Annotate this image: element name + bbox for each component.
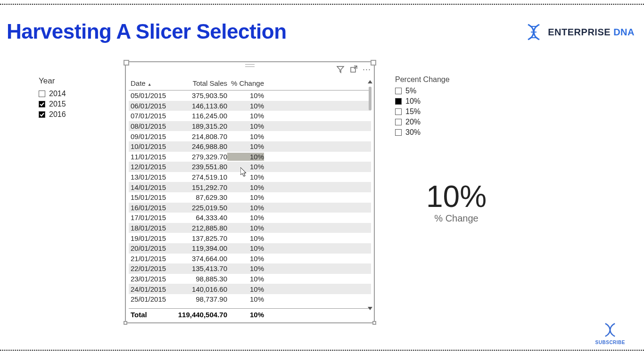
more-options-icon[interactable]: ··· (363, 67, 371, 71)
table-row[interactable]: 06/01/2015146,113.6010% (129, 101, 371, 111)
percent-option-10[interactable]: 10% (395, 96, 489, 107)
column-header-total-sales[interactable]: Total Sales (175, 79, 227, 87)
percent-option-15[interactable]: 15% (395, 107, 489, 117)
cell-date: 07/01/2015 (131, 112, 175, 120)
table-row[interactable]: 14/01/2015151,292.7010% (129, 182, 371, 192)
drag-handle[interactable] (245, 64, 255, 67)
cell-total-sales: 214,808.70 (175, 132, 227, 140)
table-row[interactable]: 11/01/2015279,329.7010% (129, 152, 371, 162)
percent-option-5[interactable]: 5% (395, 86, 489, 96)
table-row[interactable]: 10/01/2015246,988.8010% (129, 141, 371, 152)
cell-total-sales: 146,113.60 (175, 102, 227, 110)
percent-option-label: 20% (405, 118, 421, 126)
table-visual[interactable]: ··· Date ▲ Total Sales % Change 05/01/20… (125, 61, 375, 323)
year-slicer-label: Year (39, 76, 114, 86)
table-row[interactable]: 19/01/2015137,825.7010% (129, 233, 371, 243)
cell-pct-change: 10% (227, 244, 264, 252)
checkbox-icon[interactable] (395, 129, 402, 136)
table-row[interactable]: 20/01/2015119,394.0010% (129, 243, 371, 254)
subscribe-button[interactable]: SUBSCRIBE (595, 322, 625, 345)
year-option-2015[interactable]: 2015 (39, 99, 114, 109)
percent-option-label: 15% (405, 107, 421, 116)
resize-handle-bl[interactable] (124, 321, 127, 325)
cell-pct-change: 10% (227, 142, 264, 150)
percent-option-30[interactable]: 30% (395, 127, 489, 138)
cell-pct-change: 10% (227, 153, 264, 161)
table-row[interactable]: 05/01/2015375,903.5010% (129, 90, 371, 101)
cell-date: 11/01/2015 (131, 153, 175, 161)
cell-pct-change: 10% (227, 214, 264, 222)
cell-date: 05/01/2015 (131, 91, 175, 99)
column-header-date[interactable]: Date ▲ (131, 79, 175, 87)
cell-date: 20/01/2015 (131, 244, 175, 252)
year-option-2014[interactable]: 2014 (39, 89, 114, 99)
cell-pct-change: 10% (227, 91, 264, 99)
table-row[interactable]: 17/01/201564,333.4010% (129, 213, 371, 223)
table-row[interactable]: 25/01/201598,737.9010% (129, 294, 371, 304)
checkbox-icon[interactable] (395, 119, 402, 125)
focus-mode-icon[interactable] (349, 65, 358, 74)
dna-icon (524, 23, 543, 41)
checkbox-icon[interactable] (395, 88, 402, 94)
cell-total-sales: 375,903.50 (175, 91, 227, 99)
table-row[interactable]: 21/01/2015374,664.0010% (129, 254, 371, 264)
cell-date: 06/01/2015 (131, 102, 175, 110)
year-slicer: Year 201420152016 (39, 76, 114, 120)
cell-date: 12/01/2015 (131, 163, 175, 171)
cell-pct-change: 10% (227, 224, 264, 232)
scroll-thumb[interactable] (369, 87, 372, 110)
sort-asc-icon: ▲ (148, 82, 152, 87)
cell-total-sales: 374,664.00 (175, 255, 227, 263)
cell-date: 15/01/2015 (131, 193, 175, 201)
cell-date: 24/01/2015 (131, 285, 175, 293)
cell-total-sales: 137,825.70 (175, 234, 227, 242)
table-row[interactable]: 13/01/2015274,519.1010% (129, 172, 371, 182)
percent-option-label: 5% (405, 87, 416, 95)
cell-date: 18/01/2015 (131, 224, 175, 232)
checkbox-icon[interactable] (39, 111, 45, 118)
table-row[interactable]: 08/01/2015189,315.2010% (129, 121, 371, 132)
table-row[interactable]: 24/01/2015140,016.6010% (129, 284, 371, 294)
cell-total-sales: 119,394.00 (175, 244, 227, 252)
table-scrollbar[interactable] (368, 80, 372, 310)
filter-icon[interactable] (336, 65, 345, 74)
table-row[interactable]: 23/01/201598,885.3010% (129, 274, 371, 284)
table-row[interactable]: 16/01/2015225,019.5010% (129, 203, 371, 213)
cell-date: 13/01/2015 (131, 173, 175, 181)
cell-pct-change: 10% (227, 204, 264, 212)
year-option-2016[interactable]: 2016 (39, 109, 114, 120)
cell-total-sales: 279,329.70 (175, 153, 227, 161)
cell-pct-change: 10% (227, 295, 264, 303)
scroll-up-arrow[interactable] (368, 80, 372, 83)
table-body: Date ▲ Total Sales % Change 05/01/201537… (129, 77, 371, 320)
cell-total-sales: 189,315.20 (175, 122, 227, 130)
cell-total-sales: 212,885.80 (175, 224, 227, 232)
table-total-row: Total 119,440,504.70 10% (129, 308, 371, 320)
cell-pct-change: 10% (227, 275, 264, 283)
scroll-down-arrow[interactable] (368, 307, 372, 310)
cell-pct-change: 10% (227, 122, 264, 130)
percent-option-label: 10% (405, 97, 421, 106)
table-row[interactable]: 09/01/2015214,808.7010% (129, 131, 371, 141)
checkbox-icon[interactable] (395, 108, 402, 115)
cell-total-sales: 274,519.10 (175, 173, 227, 181)
subscribe-label: SUBSCRIBE (595, 340, 625, 345)
cell-pct-change: 10% (227, 173, 264, 181)
checkbox-icon[interactable] (39, 101, 45, 107)
cell-total-sales: 225,019.50 (175, 204, 227, 212)
table-row[interactable]: 18/01/2015212,885.8010% (129, 223, 371, 233)
percent-option-20[interactable]: 20% (395, 117, 489, 127)
page-title: Harvesting A Slicer Selection (7, 20, 287, 43)
cell-total-sales: 116,245.00 (175, 112, 227, 120)
table-row[interactable]: 22/01/2015135,413.7010% (129, 263, 371, 274)
resize-handle-br[interactable] (372, 321, 376, 325)
year-option-label: 2016 (49, 110, 66, 119)
table-row[interactable]: 12/01/2015239,551.8010% (129, 162, 371, 172)
checkbox-icon[interactable] (395, 98, 402, 105)
cell-total-sales: 151,292.70 (175, 183, 227, 191)
table-row[interactable]: 15/01/201587,629.3010% (129, 192, 371, 203)
dna-icon (602, 322, 618, 338)
column-header-pct-change[interactable]: % Change (227, 79, 264, 87)
table-row[interactable]: 07/01/2015116,245.0010% (129, 111, 371, 121)
checkbox-icon[interactable] (39, 90, 45, 97)
